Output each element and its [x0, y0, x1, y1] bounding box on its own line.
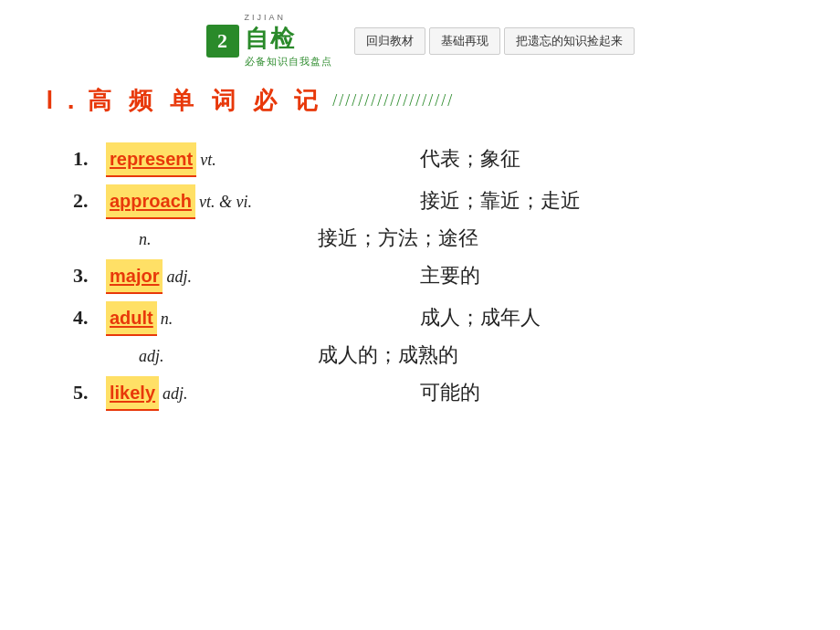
item-num-1: 1. [73, 141, 106, 177]
pos-2: vt. & vi. [199, 187, 252, 216]
vocab-item-2: 2. approach vt. & vi. 接近；靠近；走近 [73, 183, 785, 219]
vocab-item-5: 5. likely adj. 可能的 [73, 374, 785, 411]
item-num-3: 3. [73, 257, 106, 294]
item-num-5: 5. [73, 374, 106, 411]
vocab-left-4: 4. adult n. [73, 299, 420, 336]
translation-3: 主要的 [420, 257, 785, 294]
word-likely: likely [106, 376, 159, 411]
item-num-4: 4. [73, 299, 106, 336]
vocab-item-4: 4. adult n. 成人；成年人 [73, 299, 785, 336]
sub-pos-4-1: adj. [139, 347, 230, 366]
logo-en: ZIJIAN [245, 13, 287, 22]
vocab-left-2: 2. approach vt. & vi. [73, 183, 420, 219]
translation-5: 可能的 [420, 374, 785, 411]
translation-2: 接近；靠近；走近 [420, 183, 785, 219]
vocab-item-1: 1. represent vt. 代表；象征 [73, 141, 785, 177]
nav-btn-review[interactable]: 把遗忘的知识捡起来 [504, 27, 635, 55]
vocab-left-5: 5. likely adj. [73, 374, 420, 411]
translation-4: 成人；成年人 [420, 299, 785, 336]
logo-subtitle: 必备知识自我盘点 [245, 55, 332, 68]
section-divider: /////////////////// [332, 91, 794, 110]
nav-btn-return[interactable]: 回归教材 [354, 27, 425, 55]
header: 2 ZIJIAN 自检 必备知识自我盘点 回归教材 基础再现 把遗忘的知识捡起来 [0, 0, 840, 78]
sub-pos-2-1: n. [139, 230, 230, 249]
vocab-content: 1. represent vt. 代表；象征 2. approach vt. &… [0, 131, 840, 425]
section-title-text: Ⅰ．高 频 单 词 必 记 [46, 85, 323, 117]
translation-1: 代表；象征 [420, 141, 785, 177]
nav-buttons: 回归教材 基础再现 把遗忘的知识捡起来 [354, 27, 635, 55]
vocab-item-3: 3. major adj. 主要的 [73, 257, 785, 294]
nav-btn-basic[interactable]: 基础再现 [429, 27, 500, 55]
pos-1: vt. [200, 145, 216, 174]
sub-item-2-1: n. 接近；方法；途径 [73, 225, 785, 252]
word-major: major [106, 259, 163, 294]
logo-chinese: 自检 [245, 23, 296, 55]
sub-item-4-1: adj. 成人的；成熟的 [73, 341, 785, 369]
pos-5: adj. [163, 379, 188, 408]
pos-3: adj. [166, 262, 192, 291]
logo-number: 2 [206, 25, 239, 58]
sub-translation-4-1: 成人的；成熟的 [245, 341, 458, 369]
section-title-row: Ⅰ．高 频 单 词 必 记 /////////////////// [0, 78, 840, 131]
word-represent: represent [106, 142, 196, 177]
logo: 2 ZIJIAN 自检 必备知识自我盘点 [206, 13, 332, 68]
word-approach: approach [106, 184, 195, 219]
vocab-left-3: 3. major adj. [73, 257, 420, 294]
logo-text: ZIJIAN 自检 必备知识自我盘点 [245, 13, 332, 68]
pos-4: n. [161, 304, 173, 333]
vocab-left-1: 1. represent vt. [73, 141, 420, 177]
item-num-2: 2. [73, 183, 106, 219]
word-adult: adult [106, 301, 157, 336]
sub-translation-2-1: 接近；方法；途径 [245, 225, 478, 252]
